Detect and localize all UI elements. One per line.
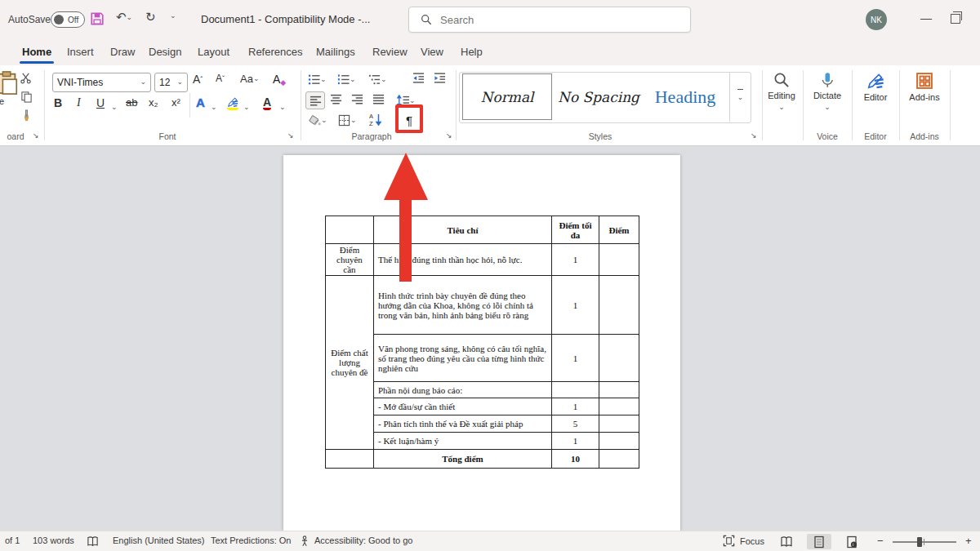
row-group-label[interactable]: Điểm chất lượng chuyên đề	[326, 276, 374, 450]
shading-button[interactable]	[309, 113, 327, 127]
change-case-button[interactable]: Aa	[240, 73, 259, 85]
zoom-slider-handle[interactable]	[917, 537, 922, 547]
align-left-button[interactable]	[305, 91, 325, 109]
save-button[interactable]	[90, 11, 105, 26]
text-effects-dropdown[interactable]	[211, 100, 217, 114]
zoom-slider[interactable]	[893, 541, 956, 543]
cut-button[interactable]	[20, 72, 32, 84]
language-indicator[interactable]: English (United States)	[113, 535, 205, 545]
score-cell[interactable]	[599, 335, 639, 382]
criteria-cell[interactable]: - Mở đầu/sự cần thiết	[374, 398, 552, 415]
decrease-indent-button[interactable]	[412, 72, 425, 84]
subscript-button[interactable]: x₂	[149, 96, 158, 109]
redo-button[interactable]: ↻	[145, 11, 156, 23]
max-cell[interactable]: 1	[552, 398, 599, 415]
web-layout-button[interactable]	[840, 534, 864, 549]
style-no-spacing[interactable]: No Spacing	[555, 73, 642, 120]
tab-help[interactable]: Help	[460, 44, 483, 60]
empty-cell[interactable]	[326, 450, 374, 469]
criteria-cell[interactable]: - Kết luận/hàm ý	[374, 433, 552, 450]
criteria-cell[interactable]: Phần nội dung báo cáo:	[374, 382, 552, 398]
shrink-font-button[interactable]: Aˇ	[216, 73, 225, 84]
criteria-cell[interactable]: Hình thức trình bày chuyên đề đúng theo …	[374, 276, 552, 335]
font-name-combo[interactable]: VNI-Times	[52, 73, 151, 92]
accessibility-status[interactable]: Accessibility: Good to go	[314, 535, 412, 545]
font-color-button[interactable]: A	[263, 96, 271, 110]
max-cell[interactable]: 1	[552, 244, 599, 276]
paste-button[interactable]: te	[0, 69, 21, 106]
dictate-button[interactable]: Dictate	[805, 72, 849, 113]
max-cell[interactable]: 1	[552, 276, 599, 335]
total-label-cell[interactable]: Tổng điểm	[374, 450, 552, 469]
paragraph-dialog-launcher[interactable]: ↘	[446, 131, 452, 140]
font-color-dropdown[interactable]	[279, 100, 286, 114]
total-value-cell[interactable]: 10	[552, 450, 599, 469]
score-cell[interactable]	[599, 433, 639, 450]
max-cell[interactable]	[552, 382, 599, 398]
grow-font-button[interactable]: Aˆ	[193, 73, 203, 86]
autosave-toggle[interactable]: Off	[51, 11, 85, 28]
style-heading[interactable]: Heading	[644, 73, 727, 120]
score-cell[interactable]	[599, 382, 639, 398]
text-predictions-indicator[interactable]: Text Predictions: On	[211, 535, 291, 545]
score-cell[interactable]	[599, 398, 639, 415]
read-mode-button[interactable]	[774, 534, 799, 549]
tab-references[interactable]: References	[247, 44, 303, 60]
font-dialog-launcher[interactable]: ↘	[287, 131, 294, 140]
search-input[interactable]	[439, 13, 670, 27]
header-empty-cell[interactable]	[326, 216, 374, 244]
highlight-dropdown[interactable]	[243, 100, 250, 114]
tab-insert[interactable]: Insert	[66, 44, 95, 60]
tab-draw[interactable]: Draw	[109, 44, 136, 60]
row-group-label[interactable]: Điểm chuyên cần	[326, 244, 374, 276]
max-cell[interactable]: 1	[552, 433, 599, 450]
focus-button[interactable]: Focus	[723, 535, 764, 547]
tab-home[interactable]: Home	[21, 44, 52, 60]
max-cell[interactable]: 5	[552, 415, 599, 433]
tab-mailings[interactable]: Mailings	[315, 44, 356, 60]
undo-button[interactable]: ↶	[116, 11, 132, 23]
underline-dropdown[interactable]	[111, 100, 118, 114]
superscript-button[interactable]: x²	[172, 96, 180, 109]
underline-button[interactable]: U	[96, 96, 105, 109]
justify-button[interactable]	[372, 93, 385, 105]
avatar[interactable]: NK	[866, 9, 887, 30]
numbering-button[interactable]	[337, 72, 356, 87]
max-cell[interactable]: 1	[552, 335, 599, 382]
score-cell[interactable]	[599, 244, 639, 276]
tab-review[interactable]: Review	[372, 44, 408, 60]
align-center-button[interactable]	[330, 93, 342, 105]
editor-button[interactable]: Editor	[854, 72, 897, 102]
proofing-book-icon[interactable]	[87, 535, 99, 548]
clipboard-dialog-launcher[interactable]: ↘	[33, 131, 39, 140]
page-indicator[interactable]: of 1	[5, 535, 20, 545]
bullets-button[interactable]	[308, 72, 327, 87]
clear-formatting-button[interactable]: A◆	[273, 73, 286, 86]
document-page[interactable]: Tiêu chí Điểm tối đa Điểm Điểm chuyên cầ…	[283, 155, 680, 531]
score-cell[interactable]	[599, 415, 639, 433]
criteria-cell[interactable]: Văn phong trong sáng, không có câu tối n…	[374, 335, 552, 382]
tab-layout[interactable]: Layout	[197, 44, 230, 60]
bold-button[interactable]: B	[54, 96, 62, 109]
sort-button[interactable]	[369, 113, 382, 126]
quick-access-more-button[interactable]	[170, 12, 176, 21]
tab-view[interactable]: View	[420, 44, 444, 60]
restore-button[interactable]	[951, 14, 960, 24]
tab-design[interactable]: Design	[148, 44, 182, 60]
font-size-combo[interactable]: 12	[154, 73, 188, 92]
add-ins-button[interactable]: Add-ins	[902, 72, 947, 102]
header-score[interactable]: Điểm	[599, 216, 639, 244]
word-count[interactable]: 103 words	[33, 535, 74, 545]
increase-indent-button[interactable]	[434, 72, 446, 84]
multilevel-list-button[interactable]	[368, 72, 387, 87]
borders-button[interactable]	[338, 113, 357, 127]
print-layout-button[interactable]	[807, 534, 831, 549]
score-cell[interactable]	[599, 450, 639, 469]
format-painter-button[interactable]	[20, 109, 33, 122]
zoom-in-button[interactable]: +	[965, 535, 972, 547]
copy-button[interactable]	[20, 91, 33, 103]
minimize-button[interactable]: —	[920, 11, 932, 24]
align-right-button[interactable]	[351, 93, 363, 105]
header-max-score[interactable]: Điểm tối đa	[552, 216, 599, 244]
score-cell[interactable]	[599, 276, 639, 335]
